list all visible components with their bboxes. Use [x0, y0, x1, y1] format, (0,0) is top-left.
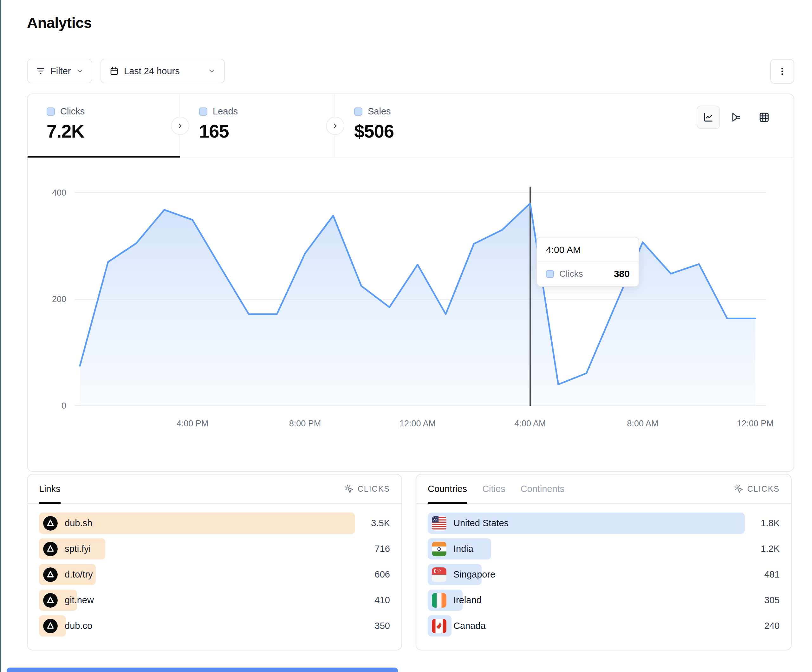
x-axis-tick: 8:00 AM — [627, 419, 658, 428]
tab-countries[interactable]: Countries — [428, 474, 467, 503]
list-item[interactable]: dub.co350 — [39, 615, 390, 636]
links-metric[interactable]: CLICKS — [345, 484, 390, 493]
y-axis-tick: 0 — [61, 401, 66, 411]
list-item-value: 1.2K — [761, 544, 780, 554]
tab-cities[interactable]: Cities — [482, 474, 505, 503]
y-axis-tick: 400 — [52, 188, 66, 198]
list-item-value: 3.5K — [371, 518, 390, 529]
dub-logo-icon — [43, 567, 58, 582]
dub-logo-icon — [43, 542, 58, 556]
list-item-label: dub.sh — [65, 518, 92, 529]
list-item[interactable]: dub.sh3.5K — [39, 513, 390, 534]
list-item-label: d.to/try — [65, 569, 93, 580]
list-item[interactable]: Singapore481 — [428, 564, 780, 585]
dub-logo-icon — [43, 516, 58, 530]
list-item[interactable]: spti.fyi716 — [39, 538, 390, 559]
flag-ca-icon — [432, 619, 447, 633]
stat-clicks[interactable]: Clicks 7.2K — [27, 94, 180, 157]
tooltip-time: 4:00 AM — [537, 237, 638, 261]
stat-leads-value: 165 — [199, 121, 334, 142]
dub-logo-icon — [43, 593, 58, 608]
flag-us-icon — [432, 516, 447, 530]
x-axis-tick: 12:00 AM — [399, 419, 436, 428]
list-item-label: Canada — [454, 621, 486, 631]
line-chart-icon — [703, 112, 714, 123]
list-item[interactable]: Ireland305 — [428, 590, 780, 611]
tab-links[interactable]: Links — [39, 474, 61, 503]
dub-logo-icon — [43, 619, 58, 633]
line-chart-view-button[interactable] — [697, 106, 720, 129]
clicks-area-chart[interactable]: 40020004:00 PM8:00 PM12:00 AM4:00 AM8:00… — [27, 157, 794, 472]
x-axis-tick: 8:00 PM — [289, 419, 321, 428]
date-range-label: Last 24 hours — [124, 66, 180, 77]
list-item-label: Ireland — [454, 595, 482, 605]
stat-clicks-label: Clicks — [60, 106, 85, 117]
list-item-value: 410 — [375, 595, 390, 605]
list-item-label: git.new — [65, 595, 94, 605]
filter-button[interactable]: Filter — [27, 59, 92, 84]
left-edge-strip — [0, 0, 1, 672]
funnel-view-button[interactable] — [725, 106, 748, 129]
links-list: dub.sh3.5Kspti.fyi716d.to/try606git.new4… — [27, 504, 401, 636]
stats-row: Clicks 7.2K Leads 165 Sales $506 — [27, 94, 793, 158]
flag-in-icon — [432, 542, 447, 556]
chevron-right-icon — [176, 122, 184, 130]
expand-leads-button[interactable] — [326, 117, 345, 135]
funnel-icon — [730, 112, 742, 123]
countries-card: Countries Cities Continents CLICKS Unite… — [416, 474, 792, 650]
countries-list: United States1.8KIndia1.2KSingapore481Ir… — [416, 504, 791, 636]
list-item-label: India — [454, 544, 473, 554]
list-item[interactable]: United States1.8K — [428, 513, 780, 534]
y-axis-tick: 200 — [52, 295, 66, 304]
tooltip-value: 380 — [614, 268, 630, 279]
date-range-button[interactable]: Last 24 hours — [101, 59, 225, 84]
chevron-right-icon — [331, 122, 339, 130]
list-item-label: Singapore — [454, 569, 495, 580]
flag-sg-icon — [432, 567, 447, 582]
list-item-label: spti.fyi — [65, 544, 91, 554]
stat-leads[interactable]: Leads 165 — [180, 94, 335, 157]
more-options-button[interactable] — [770, 59, 794, 84]
chart-view-switcher — [697, 106, 776, 129]
countries-card-header: Countries Cities Continents CLICKS — [416, 474, 791, 504]
kebab-menu-icon — [778, 67, 787, 76]
analytics-chart-card: Clicks 7.2K Leads 165 Sales $506 — [27, 94, 794, 472]
links-card: Links CLICKS dub.sh3.5Kspti.fyi716d.to/t… — [27, 474, 402, 650]
list-item-label: dub.co — [65, 621, 92, 631]
links-metric-label: CLICKS — [358, 484, 390, 493]
list-item[interactable]: git.new410 — [39, 590, 390, 611]
links-card-header: Links CLICKS — [27, 474, 401, 504]
list-item-value: 716 — [375, 544, 390, 554]
countries-metric[interactable]: CLICKS — [734, 484, 780, 493]
stat-leads-label: Leads — [213, 106, 238, 117]
x-axis-tick: 4:00 PM — [177, 419, 209, 428]
leads-legend-swatch — [199, 107, 207, 116]
countries-metric-label: CLICKS — [747, 484, 780, 493]
sales-legend-swatch — [354, 107, 362, 116]
list-item-value: 305 — [764, 595, 780, 605]
flag-ie-icon — [432, 593, 447, 608]
table-view-button[interactable] — [752, 106, 776, 129]
list-item-value: 606 — [375, 569, 390, 580]
analytics-page: Analytics Filter Last 24 hours Clicks 7.… — [0, 0, 812, 672]
tab-continents[interactable]: Continents — [520, 474, 565, 503]
x-axis-tick: 4:00 AM — [514, 419, 546, 428]
chevron-down-icon — [208, 67, 216, 75]
stat-sales-label: Sales — [368, 106, 391, 117]
list-item[interactable]: India1.2K — [428, 538, 780, 559]
table-grid-icon — [758, 112, 770, 123]
stat-clicks-value: 7.2K — [47, 121, 179, 142]
page-title: Analytics — [27, 14, 92, 31]
tooltip-legend-swatch — [546, 270, 554, 278]
next-section-sliver — [7, 668, 398, 672]
chevron-down-icon — [76, 67, 84, 75]
list-item[interactable]: d.to/try606 — [39, 564, 390, 585]
expand-clicks-button[interactable] — [171, 117, 189, 135]
list-item-value: 1.8K — [761, 518, 780, 529]
cursor-click-icon — [734, 484, 744, 493]
chart-tooltip: 4:00 AM Clicks 380 — [536, 237, 639, 287]
filter-icon — [36, 66, 45, 76]
bar-track — [428, 538, 745, 559]
list-item-label: United States — [454, 518, 508, 529]
list-item[interactable]: Canada240 — [428, 615, 780, 636]
